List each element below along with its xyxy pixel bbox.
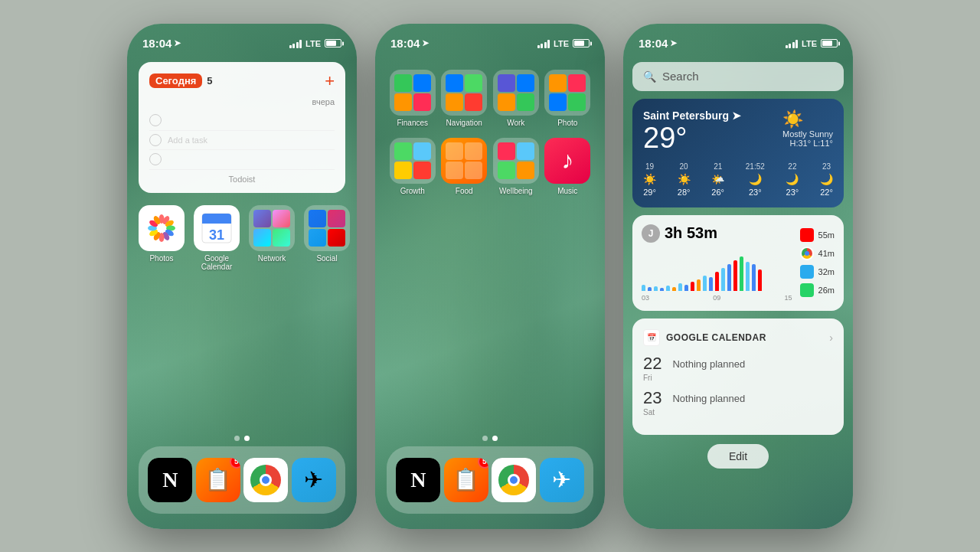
screen-time-widget[interactable]: J 3h 53m xyxy=(632,215,844,311)
dock-telegram[interactable]: ✈ xyxy=(292,458,336,502)
bar-chart xyxy=(642,249,792,291)
app-wellbeing[interactable]: Wellbeing xyxy=(493,138,539,195)
app-label: Network xyxy=(258,254,286,263)
todoist-item xyxy=(149,150,335,170)
app-network[interactable]: Network xyxy=(249,205,295,271)
dock2-telegram[interactable]: ✈ xyxy=(540,458,584,502)
status-bar-1: 18:04 ➤ LTE xyxy=(127,24,357,57)
dock2-notion[interactable]: N xyxy=(396,458,440,502)
app-grid-1: Photos 31 Google Calendar xyxy=(139,205,345,271)
app-label: Social xyxy=(316,254,337,263)
phone-1: 18:04 ➤ LTE Сегодня 5 + xyxy=(127,24,357,529)
gcal-chevron-icon: › xyxy=(829,332,833,344)
telegram-small-icon xyxy=(800,265,814,279)
edit-button[interactable]: Edit xyxy=(707,444,769,469)
dock-chrome[interactable] xyxy=(243,458,288,502)
phone-2: 18:04 ➤ LTE xyxy=(375,24,605,529)
app-photos[interactable]: Photos xyxy=(139,205,185,271)
battery-1 xyxy=(325,39,341,47)
time-2: 18:04 ➤ xyxy=(390,37,429,50)
gcal-widget-title: GOOGLE CALENDAR xyxy=(666,332,766,343)
todoist-item: Add a task xyxy=(149,131,335,150)
app-label: Photos xyxy=(149,254,173,263)
search-icon: 🔍 xyxy=(643,70,656,83)
badge-lists: 5 xyxy=(230,458,240,469)
status-bar-3: 18:04 ➤ LTE xyxy=(623,24,853,57)
app-social[interactable]: Social xyxy=(304,205,350,271)
app-food[interactable]: Food xyxy=(441,138,487,195)
search-label: Search xyxy=(662,70,699,83)
dock-notion[interactable]: N xyxy=(148,458,192,502)
weather-condition: Mostly Sunny xyxy=(782,129,833,139)
status-icons-2: LTE xyxy=(537,39,590,48)
todoist-footer: Todoist xyxy=(149,175,335,184)
weather-forecast: 19 ☀️ 29° 20 ☀️ 28° 21 🌤️ 26° 21:52 🌙 xyxy=(643,162,833,197)
app-finances[interactable]: Finances xyxy=(390,70,436,127)
whatsapp-icon xyxy=(800,283,814,297)
todoist-title: Сегодня xyxy=(149,73,202,88)
location-icon: ➤ xyxy=(732,109,741,122)
youtube-icon xyxy=(800,228,814,242)
weather-temp: 29° xyxy=(643,122,741,155)
app-row-2: Growth Food Wellbeing xyxy=(387,138,593,195)
dock-2: N 📋 5 ✈ xyxy=(387,446,593,514)
status-icons-3: LTE xyxy=(786,39,838,48)
food-label: Food xyxy=(456,187,473,195)
app-row-1: Finances Navigation Work xyxy=(387,70,593,127)
phone1-content: Сегодня 5 + вчера Add a task Todoist xyxy=(139,62,345,271)
page-dots-2 xyxy=(375,436,605,441)
gcal-widget-icon: 📅 xyxy=(643,329,660,346)
app-gcal[interactable]: 31 Google Calendar xyxy=(194,205,240,271)
todoist-item xyxy=(149,111,335,131)
dock2-lists[interactable]: 📋 5 xyxy=(444,458,488,502)
time-3: 18:04 ➤ xyxy=(639,37,677,50)
screen-time-apps: 55m 41m 32m 26m xyxy=(800,228,835,297)
page-dots-1 xyxy=(127,436,357,441)
svg-rect-17 xyxy=(202,220,231,224)
user-avatar: J xyxy=(642,224,660,243)
todoist-widget[interactable]: Сегодня 5 + вчера Add a task Todoist xyxy=(139,62,345,193)
app-music[interactable]: ♪ Music xyxy=(544,138,590,195)
svg-point-13 xyxy=(157,224,166,233)
app-growth[interactable]: Growth xyxy=(390,138,436,195)
gcal-day-22: 22 Fri Nothing planned xyxy=(643,355,833,382)
status-icons-1: LTE xyxy=(289,39,341,48)
weather-widget[interactable]: Saint Petersburg ➤ 29° ☀️ Mostly Sunny H… xyxy=(632,99,844,207)
dock2-chrome[interactable] xyxy=(492,458,536,502)
phone-3: 18:04 ➤ LTE 🔍 Search xyxy=(623,24,853,529)
app-work[interactable]: Work xyxy=(493,70,539,127)
dock-lists[interactable]: 📋 5 xyxy=(196,458,240,502)
app-navigation[interactable]: Navigation xyxy=(441,70,487,127)
dock-1: N 📋 5 ✈ xyxy=(139,446,345,514)
gcal-widget[interactable]: 📅 GOOGLE CALENDAR › 22 Fri Nothing plann… xyxy=(632,318,844,435)
search-bar[interactable]: 🔍 Search xyxy=(632,62,844,91)
app-label: Google Calendar xyxy=(194,254,240,271)
app-photo[interactable]: Photo xyxy=(544,70,590,127)
todoist-add-btn[interactable]: + xyxy=(325,71,335,91)
screen-time-total: 3h 53m xyxy=(665,224,717,242)
chrome-icon xyxy=(800,247,814,260)
svg-text:31: 31 xyxy=(209,227,224,243)
battery-3 xyxy=(821,39,838,47)
battery-2 xyxy=(573,39,590,47)
gcal-day-23: 23 Sat Nothing planned xyxy=(643,390,833,416)
status-bar-2: 18:04 ➤ LTE xyxy=(375,24,605,57)
time-1: 18:04 ➤ xyxy=(142,37,181,50)
phone2-app-grid: Finances Navigation Work xyxy=(387,70,593,206)
phone3-content: 🔍 Search Saint Petersburg ➤ 29° ☀️ Mostl… xyxy=(632,62,844,469)
signal-bars-1 xyxy=(289,39,302,48)
weather-city: Saint Petersburg xyxy=(643,109,729,122)
